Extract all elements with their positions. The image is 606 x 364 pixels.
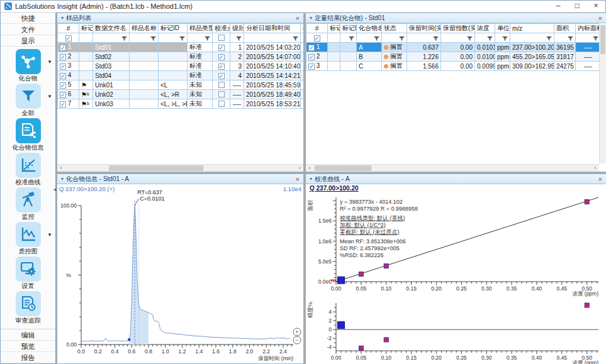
column-header-file[interactable]: 数据文件名 — [93, 24, 130, 33]
column-header-id[interactable]: 标记ID — [159, 24, 188, 33]
panel-close-icon[interactable]: × — [296, 14, 300, 23]
cell-rt[interactable]: 1.566 — [407, 62, 441, 71]
filter-cell-ri[interactable] — [441, 33, 475, 43]
cell-is_area[interactable]: ---- — [576, 62, 600, 71]
cell-conc[interactable]: 0.0100 — [475, 52, 495, 62]
cell-cal[interactable] — [213, 90, 230, 99]
checkbox[interactable] — [218, 35, 225, 41]
sidebar-item-0[interactable]: 快捷 — [1, 13, 55, 24]
column-header-n[interactable]: # — [58, 24, 79, 33]
table-row[interactable]: ✓ 2B搁置1.2260.000.0100ppm455.20>165.05318… — [306, 52, 600, 62]
column-header-conc[interactable]: 浓度 — [475, 24, 495, 33]
filter-cell-unit[interactable] — [495, 33, 510, 43]
cell-name[interactable] — [130, 99, 159, 109]
filter-cell-mark[interactable] — [79, 33, 93, 43]
cell-n[interactable]: ✓ 7 — [58, 99, 79, 109]
cell-mark[interactable] — [79, 62, 93, 71]
cell-level[interactable]: ---- — [230, 99, 244, 109]
residual-point[interactable] — [384, 338, 388, 342]
cell-file[interactable]: Unk03 — [93, 99, 130, 109]
cell-level[interactable]: ---- — [230, 80, 244, 90]
chevron-down-icon[interactable]: ▼ — [47, 232, 52, 238]
cell-mid[interactable] — [340, 52, 357, 62]
cell-status[interactable]: 搁置 — [382, 43, 407, 52]
cell-dt[interactable]: 2010/5/25 18:49:40 — [244, 90, 301, 99]
cell-rt[interactable]: 1.226 — [407, 52, 441, 62]
cell-id[interactable]: <L, >R — [159, 90, 188, 99]
cell-id[interactable] — [159, 71, 188, 80]
sidebar-tool-calibration-curve[interactable]: 校准曲线 — [1, 153, 55, 185]
column-header-name[interactable]: 化合物名称 — [357, 24, 382, 33]
checkbox[interactable]: ✓ — [60, 73, 66, 79]
column-header-mark[interactable]: 标记 — [79, 24, 93, 33]
cell-dt[interactable]: 2010/5/25 14:07:00 — [244, 52, 301, 62]
cell-mz[interactable]: 237.00>100.20 — [510, 43, 554, 52]
filter-cell-area[interactable] — [554, 33, 576, 43]
filter-funnel-icon[interactable] — [349, 36, 354, 41]
sidebar-tool-settings[interactable]: 设置 — [1, 256, 55, 289]
filter-funnel-icon[interactable] — [374, 36, 379, 41]
calibration-plot[interactable]: 0.0e05.0e51.0e61.5e60.000.050.100.150.20… — [306, 194, 606, 297]
chevron-down-icon[interactable]: ▼ — [47, 94, 52, 99]
column-header-dt[interactable]: 分析日期和时间 — [244, 24, 301, 33]
residual-point[interactable] — [359, 346, 363, 350]
checkbox[interactable] — [218, 82, 225, 88]
cell-mz[interactable]: 309.00>162.95 — [510, 62, 554, 71]
cell-file[interactable]: Unk02 — [93, 90, 130, 99]
close-button[interactable]: × — [586, 1, 605, 12]
filter-cell-cal[interactable] — [213, 33, 230, 43]
cell-cal[interactable]: ✓ — [213, 62, 230, 71]
checkbox[interactable]: ✓ — [308, 45, 315, 51]
filter-funnel-icon[interactable] — [121, 36, 127, 41]
cell-file[interactable]: Std03 — [93, 62, 130, 71]
cell-id[interactable] — [159, 52, 188, 62]
cell-vial[interactable]: 5 — [301, 80, 304, 90]
cell-type[interactable]: 未知 — [188, 90, 213, 99]
filter-cell-name[interactable] — [357, 33, 382, 43]
cell-unit[interactable]: ppm — [495, 62, 510, 71]
cell-mark[interactable] — [328, 43, 340, 52]
cell-vial[interactable]: 7 — [301, 99, 304, 109]
scroll-thumb[interactable] — [109, 165, 203, 171]
cell-mark[interactable] — [79, 43, 93, 52]
cell-rt[interactable]: 0.637 — [407, 43, 441, 52]
cell-file[interactable]: Std04 — [93, 71, 130, 80]
cell-type[interactable]: 标准 — [188, 52, 213, 62]
cell-vial[interactable]: 1 — [301, 43, 304, 52]
sample-hscrollbar[interactable]: ‹ › — [57, 164, 303, 172]
cell-file[interactable]: Std01 — [93, 43, 130, 52]
cell-vial[interactable]: 4 — [301, 71, 304, 80]
column-header-n[interactable]: # — [306, 24, 328, 33]
cell-cal[interactable]: ✓ — [213, 71, 230, 80]
column-header-status[interactable]: 状态 — [382, 24, 407, 33]
checkbox[interactable]: ✓ — [60, 45, 66, 51]
residual-point[interactable] — [585, 303, 589, 307]
table-row[interactable]: ✓ 1A搁置0.6370.000.0101ppm237.00>100.20361… — [306, 43, 600, 52]
cell-ri[interactable]: 0.00 — [441, 43, 475, 52]
filter-funnel-icon[interactable] — [546, 36, 552, 41]
cell-mark[interactable] — [79, 52, 93, 62]
cell-n[interactable]: ✓ 1 — [58, 43, 79, 52]
checkbox[interactable]: ✓ — [218, 73, 225, 79]
checkbox[interactable]: ✓ — [60, 63, 66, 70]
filter-funnel-icon[interactable] — [502, 36, 508, 41]
sidebar-collapse-arrow[interactable]: ◄ — [52, 187, 57, 192]
filter-funnel-icon[interactable] — [487, 36, 493, 41]
cell-cal[interactable] — [213, 80, 230, 90]
table-row[interactable]: ✓ 2Std02标准✓22010/5/25 14:07:0021 — [58, 52, 304, 62]
filter-cell-level[interactable] — [230, 33, 244, 43]
column-header-level[interactable]: 级别 — [230, 24, 244, 33]
sidebar-tool-audit-trail[interactable]: 审查追踪 — [1, 291, 55, 324]
cell-unit[interactable]: ppm — [495, 43, 510, 52]
cell-mark[interactable]: ⚑ᵇ — [79, 99, 93, 109]
cell-level[interactable]: 4 — [230, 71, 244, 80]
panel-close-icon[interactable]: × — [296, 175, 300, 184]
filter-cell-vial[interactable] — [301, 33, 304, 43]
sidebar-tool-qc-chart[interactable]: ▼质控图 — [1, 222, 55, 255]
cell-id[interactable] — [159, 43, 188, 52]
cell-mark[interactable] — [79, 71, 93, 80]
checkbox[interactable]: ✓ — [60, 54, 66, 60]
filter-cell-is_area[interactable] — [576, 33, 600, 43]
cell-file[interactable]: Std02 — [93, 52, 130, 62]
cal-setting-link[interactable]: 加权: 默认 (1/C^2) — [340, 222, 386, 228]
